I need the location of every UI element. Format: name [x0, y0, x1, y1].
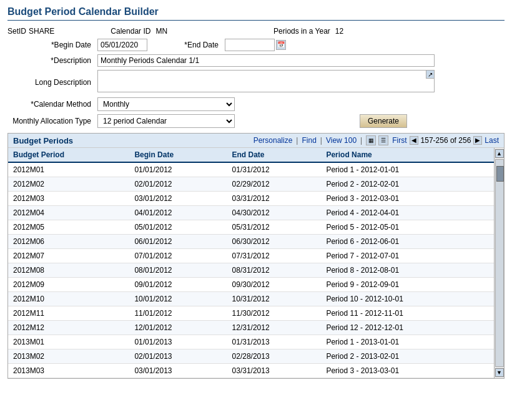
- cell-name: Period 7 - 2012-07-01: [321, 249, 494, 263]
- cell-period: 2012M09: [8, 278, 129, 292]
- scroll-down-button[interactable]: ▼: [495, 368, 504, 377]
- bp-toolbar: Personalize | Find | View 100 | ▦ ☰: [254, 135, 389, 145]
- calendar-id-value: MN: [155, 27, 167, 36]
- cell-end: 01/31/2012: [227, 162, 322, 177]
- cell-end: 02/29/2012: [227, 177, 322, 192]
- scroll-thumb[interactable]: [496, 166, 504, 182]
- cell-period: 2012M08: [8, 263, 129, 278]
- table-main: Budget Period Begin Date End Date Period…: [8, 148, 494, 378]
- col-header-begin-date: Begin Date: [129, 148, 227, 162]
- description-input[interactable]: [97, 54, 435, 67]
- table-row: 2012M0303/01/201203/31/2012Period 3 - 20…: [8, 192, 494, 206]
- cell-begin: 04/01/2012: [129, 206, 227, 220]
- calendar-id-group: Calendar ID MN: [111, 27, 167, 36]
- cell-period: 2012M01: [8, 162, 129, 177]
- cell-begin: 06/01/2012: [129, 235, 227, 249]
- date-row: *Begin Date *End Date 📅: [7, 39, 505, 51]
- col-header-budget-period: Budget Period: [8, 148, 129, 162]
- table-row: 2013M0303/01/201303/31/2013Period 3 - 20…: [8, 364, 494, 378]
- cell-end: 09/30/2012: [227, 278, 322, 292]
- cell-begin: 10/01/2012: [129, 292, 227, 306]
- cell-begin: 02/01/2012: [129, 177, 227, 192]
- cell-end: 04/30/2012: [227, 206, 322, 220]
- form-section: SetID SHARE Calendar ID MN Periods in a …: [7, 27, 505, 128]
- setid-value: SHARE: [29, 27, 54, 36]
- personalize-link[interactable]: Personalize: [254, 136, 293, 145]
- cell-begin: 07/01/2012: [129, 249, 227, 263]
- calendar-method-row: *Calendar Method Monthly Weekly Daily: [7, 97, 505, 111]
- cell-begin: 09/01/2012: [129, 278, 227, 292]
- periods-label: Periods in a Year: [273, 27, 333, 36]
- cell-end: 01/31/2013: [227, 335, 322, 349]
- list-view-icon[interactable]: ☰: [378, 135, 388, 145]
- cell-end: 06/30/2012: [227, 235, 322, 249]
- begin-date-label: *Begin Date: [7, 41, 95, 49]
- cell-end: 08/31/2012: [227, 263, 322, 278]
- table-row: 2013M0101/01/201301/31/2013Period 1 - 20…: [8, 335, 494, 349]
- cell-period: 2012M03: [8, 192, 129, 206]
- cell-end: 03/31/2012: [227, 192, 322, 206]
- textarea-expand-icon[interactable]: ↗: [426, 70, 435, 79]
- cell-begin: 02/01/2013: [129, 349, 227, 364]
- cell-end: 10/31/2012: [227, 292, 322, 306]
- allocation-row: Monthly Allocation Type 12 period Calend…: [7, 114, 505, 128]
- table-head: Budget Period Begin Date End Date Period…: [8, 148, 494, 162]
- table-row: 2012M0909/01/201209/30/2012Period 9 - 20…: [8, 278, 494, 292]
- cell-name: Period 4 - 2012-04-01: [321, 206, 494, 220]
- col-header-end-date: End Date: [227, 148, 322, 162]
- monthly-allocation-label: Monthly Allocation Type: [7, 117, 95, 125]
- cell-end: 02/28/2013: [227, 349, 322, 364]
- view-link[interactable]: View 100: [326, 136, 357, 145]
- nav-first-link[interactable]: First: [392, 136, 406, 145]
- cell-begin: 01/01/2012: [129, 162, 227, 177]
- nav-next-arrow[interactable]: ▶: [473, 136, 482, 145]
- cell-name: Period 9 - 2012-09-01: [321, 278, 494, 292]
- cell-name: Period 2 - 2013-02-01: [321, 349, 494, 364]
- table-row: 2012M0505/01/201205/31/2012Period 5 - 20…: [8, 220, 494, 235]
- calendar-method-select[interactable]: Monthly Weekly Daily: [97, 97, 235, 111]
- begin-date-input[interactable]: [97, 39, 147, 51]
- table-row: 2012M0606/01/201206/30/2012Period 6 - 20…: [8, 235, 494, 249]
- table-row: 2012M0404/01/201204/30/2012Period 4 - 20…: [8, 206, 494, 220]
- cell-period: 2013M03: [8, 364, 129, 378]
- find-link[interactable]: Find: [302, 136, 316, 145]
- cell-name: Period 8 - 2012-08-01: [321, 263, 494, 278]
- nav-last-link[interactable]: Last: [485, 136, 499, 145]
- calendar-id-label: Calendar ID: [111, 27, 153, 36]
- scroll-up-button[interactable]: ▲: [495, 149, 504, 158]
- cell-name: Period 10 - 2012-10-01: [321, 292, 494, 306]
- cell-end: 07/31/2012: [227, 249, 322, 263]
- end-date-input[interactable]: [225, 39, 275, 51]
- cell-period: 2012M10: [8, 292, 129, 306]
- cell-end: 05/31/2012: [227, 220, 322, 235]
- table-header-row: Budget Period Begin Date End Date Period…: [8, 148, 494, 162]
- cell-begin: 03/01/2012: [129, 192, 227, 206]
- table-row: 2012M0101/01/201201/31/2012Period 1 - 20…: [8, 162, 494, 177]
- page-title: Budget Period Calendar Builder: [7, 6, 505, 21]
- bp-nav: First ◀ 157-256 of 256 ▶ Last: [392, 136, 499, 145]
- table-row: 2012M0808/01/201208/31/2012Period 8 - 20…: [8, 263, 494, 278]
- table-row: 2012M1111/01/201211/30/2012Period 11 - 2…: [8, 306, 494, 321]
- cell-end: 03/31/2013: [227, 364, 322, 378]
- end-date-calendar-icon[interactable]: 📅: [276, 40, 286, 50]
- table-body: 2012M0101/01/201201/31/2012Period 1 - 20…: [8, 162, 494, 378]
- monthly-allocation-select[interactable]: 12 period Calendar 4-4-5 Calendar 4-5-4 …: [97, 114, 235, 128]
- cell-period: 2013M01: [8, 335, 129, 349]
- cell-begin: 08/01/2012: [129, 263, 227, 278]
- cell-name: Period 6 - 2012-06-01: [321, 235, 494, 249]
- long-description-input[interactable]: [97, 70, 435, 92]
- generate-button[interactable]: Generate: [360, 114, 407, 128]
- budget-periods-section: Budget Periods Personalize | Find | View…: [7, 133, 505, 379]
- cell-period: 2012M05: [8, 220, 129, 235]
- scroll-track: [495, 159, 504, 367]
- cell-name: Period 3 - 2013-03-01: [321, 364, 494, 378]
- table-row: 2012M1010/01/201210/31/2012Period 10 - 2…: [8, 292, 494, 306]
- cell-name: Period 2 - 2012-02-01: [321, 177, 494, 192]
- cell-begin: 12/01/2012: [129, 321, 227, 335]
- nav-prev-arrow[interactable]: ◀: [410, 136, 418, 145]
- col-header-period-name: Period Name: [321, 148, 494, 162]
- grid-view-icon[interactable]: ▦: [366, 135, 376, 145]
- cell-period: 2012M11: [8, 306, 129, 321]
- bp-section-title: Budget Periods: [13, 136, 73, 145]
- scrollbar[interactable]: ▲ ▼: [494, 148, 504, 378]
